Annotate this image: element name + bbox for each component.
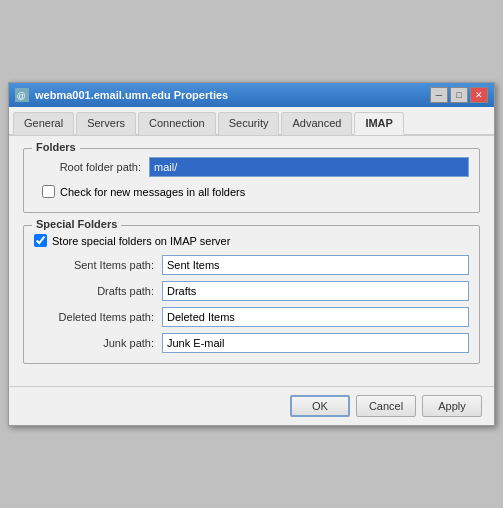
sent-items-input[interactable]: [162, 255, 469, 275]
minimize-button[interactable]: ─: [430, 87, 448, 103]
maximize-button[interactable]: □: [450, 87, 468, 103]
junk-row: Junk path:: [52, 333, 469, 353]
main-content: Folders Root folder path: Check for new …: [9, 136, 494, 386]
drafts-label: Drafts path:: [52, 285, 162, 297]
special-folders-group: Special Folders Store special folders on…: [23, 225, 480, 364]
sent-items-row: Sent Items path:: [52, 255, 469, 275]
root-folder-row: Root folder path:: [34, 157, 469, 177]
tab-imap[interactable]: IMAP: [354, 112, 404, 135]
tab-advanced[interactable]: Advanced: [281, 112, 352, 135]
special-folders-title: Special Folders: [32, 218, 121, 230]
title-bar-left: @ webma001.email.umn.edu Properties: [15, 88, 228, 102]
title-bar-controls: ─ □ ✕: [430, 87, 488, 103]
special-folders-fields: Sent Items path: Drafts path: Deleted It…: [34, 255, 469, 353]
root-folder-input[interactable]: [149, 157, 469, 177]
store-special-folders-checkbox[interactable]: [34, 234, 47, 247]
folders-group-title: Folders: [32, 141, 80, 153]
ok-button[interactable]: OK: [290, 395, 350, 417]
svg-text:@: @: [17, 91, 26, 101]
window-icon: @: [15, 88, 29, 102]
folders-group: Folders Root folder path: Check for new …: [23, 148, 480, 213]
apply-button[interactable]: Apply: [422, 395, 482, 417]
close-button[interactable]: ✕: [470, 87, 488, 103]
deleted-items-row: Deleted Items path:: [52, 307, 469, 327]
check-new-messages-row: Check for new messages in all folders: [34, 185, 469, 198]
tab-security[interactable]: Security: [218, 112, 280, 135]
title-bar: @ webma001.email.umn.edu Properties ─ □ …: [9, 83, 494, 107]
properties-window: @ webma001.email.umn.edu Properties ─ □ …: [8, 82, 495, 426]
tabs-row: General Servers Connection Security Adva…: [9, 107, 494, 136]
junk-input[interactable]: [162, 333, 469, 353]
sent-items-label: Sent Items path:: [52, 259, 162, 271]
check-new-messages-label: Check for new messages in all folders: [60, 186, 245, 198]
tab-connection[interactable]: Connection: [138, 112, 216, 135]
check-new-messages-checkbox[interactable]: [42, 185, 55, 198]
root-folder-label: Root folder path:: [34, 161, 149, 173]
drafts-input[interactable]: [162, 281, 469, 301]
tab-general[interactable]: General: [13, 112, 74, 135]
deleted-items-label: Deleted Items path:: [52, 311, 162, 323]
store-special-folders-label: Store special folders on IMAP server: [52, 235, 230, 247]
drafts-row: Drafts path:: [52, 281, 469, 301]
deleted-items-input[interactable]: [162, 307, 469, 327]
window-title: webma001.email.umn.edu Properties: [35, 89, 228, 101]
cancel-button[interactable]: Cancel: [356, 395, 416, 417]
bottom-bar: OK Cancel Apply: [9, 386, 494, 425]
tab-servers[interactable]: Servers: [76, 112, 136, 135]
junk-label: Junk path:: [52, 337, 162, 349]
store-special-folders-row: Store special folders on IMAP server: [34, 234, 469, 247]
